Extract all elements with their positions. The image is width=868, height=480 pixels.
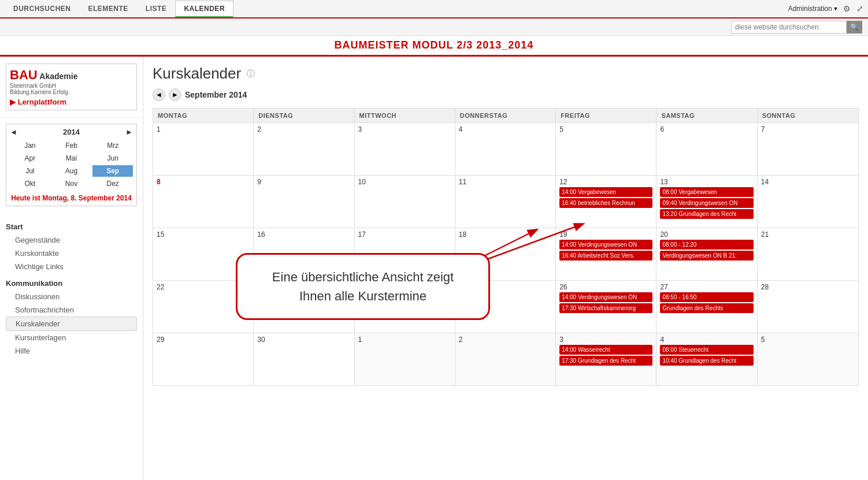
cal-cell-w0-d6[interactable]: 7	[758, 123, 858, 175]
mini-cal-feb[interactable]: Feb	[51, 140, 92, 151]
cal-event-w4-d4-e1[interactable]: 17:30 Grundlagen des Recht	[559, 356, 652, 366]
cal-cell-w1-d6[interactable]: 14	[758, 176, 858, 228]
cal-cell-w3-d6[interactable]: 28	[758, 281, 858, 333]
cal-cell-w0-d3[interactable]: 4	[455, 123, 556, 175]
cal-cell-w4-d0[interactable]: 29	[153, 333, 254, 385]
cal-cell-w1-d0[interactable]: 8	[153, 176, 254, 228]
cal-event-w4-d5-e1[interactable]: 10:40 Grundlagen des Recht	[660, 356, 753, 366]
cal-event-w3-d5-e0[interactable]: 08:50 - 16:50	[660, 292, 753, 302]
expand-icon[interactable]: ⤢	[856, 4, 863, 13]
cal-cell-w3-d4[interactable]: 2614:00 Verdingungswesen ON17:30 Wirtsch…	[556, 281, 656, 333]
cal-cell-w4-d5[interactable]: 408:00 Steuerrecht10:40 Grundlagen des R…	[656, 333, 757, 385]
mini-cal-aug[interactable]: Aug	[51, 165, 92, 177]
mini-cal-apr[interactable]: Apr	[10, 152, 50, 164]
mini-cal-sep[interactable]: Sep	[92, 165, 133, 177]
cal-prev-button[interactable]: ◄	[153, 88, 165, 101]
nav-item-kursunterlagen[interactable]: Kursunterlagen	[6, 331, 137, 344]
cal-cell-w4-d1[interactable]: 30	[254, 333, 354, 385]
cal-cell-w0-d5[interactable]: 6	[656, 123, 757, 175]
cal-event-w2-d5-e0[interactable]: 08:00 - 12:20	[660, 240, 753, 250]
cal-cell-w0-d2[interactable]: 3	[355, 123, 455, 175]
cal-day-num-w4-d1: 30	[257, 336, 350, 344]
cal-event-w2-d4-e1[interactable]: 16:40 Arbeitsrecht Soz.Vers.	[559, 251, 652, 261]
cal-event-w1-d5-e2[interactable]: 13:20 Grundlagen des Recht	[660, 209, 753, 219]
cal-cell-w2-d0[interactable]: 15	[153, 228, 254, 280]
mini-cal-next[interactable]: ►	[125, 128, 133, 136]
admin-menu[interactable]: Administration ▾	[788, 5, 837, 13]
cal-cell-w1-d5[interactable]: 1308:00 Vergabewesen09:40 Verdingungswes…	[656, 176, 757, 228]
cal-week-0: 1234567	[153, 123, 858, 176]
cal-month-label: September 2014	[185, 90, 247, 99]
cal-event-w1-d5-e1[interactable]: 09:40 Verdingungswesen ON	[660, 198, 753, 208]
mini-cal-dez[interactable]: Dez	[92, 178, 133, 189]
cal-cell-w0-d4[interactable]: 5	[556, 123, 656, 175]
cal-day-num-w0-d6: 7	[761, 125, 855, 133]
cal-cell-w2-d1[interactable]: 16	[254, 228, 354, 280]
cal-cell-w3-d5[interactable]: 2708:50 - 16:50Grundlagen des Rechts	[656, 281, 757, 333]
cal-cell-w4-d3[interactable]: 2	[455, 333, 556, 385]
nav-item-sofortnachrichten[interactable]: Sofortnachrichten	[6, 303, 137, 317]
cal-week-2: 151617181914:00 Verdingungswesen ON16:40…	[153, 228, 858, 281]
cal-event-w2-d4-e0[interactable]: 14:00 Verdingungswesen ON	[559, 240, 652, 250]
cal-event-w1-d4-e1[interactable]: 16:40 betriebliches Rechnun	[559, 198, 652, 208]
cal-cell-w3-d2[interactable]: 24	[355, 281, 455, 333]
cal-day-num-w0-d3: 4	[459, 125, 552, 133]
cal-cell-w2-d2[interactable]: 17	[355, 228, 455, 280]
cal-event-w4-d5-e0[interactable]: 08:00 Steuerrecht	[660, 345, 753, 355]
nav-item-gegenstaende[interactable]: Gegenstände	[6, 233, 137, 247]
mini-cal-mrz[interactable]: Mrz	[92, 140, 133, 151]
search-input[interactable]	[731, 21, 847, 34]
mini-cal-nov[interactable]: Nov	[51, 178, 92, 189]
cal-cell-w4-d2[interactable]: 1	[355, 333, 455, 385]
cal-event-w3-d4-e0[interactable]: 14:00 Verdingungswesen ON	[559, 292, 652, 302]
cal-cell-w2-d4[interactable]: 1914:00 Verdingungswesen ON16:40 Arbeits…	[556, 228, 656, 280]
cal-event-w4-d4-e0[interactable]: 14:00 Wasserrecht	[559, 345, 652, 355]
cal-event-w1-d4-e0[interactable]: 14:00 Vergabewesen	[559, 187, 652, 197]
mini-cal-jul[interactable]: Jul	[10, 165, 50, 177]
cal-cell-w1-d4[interactable]: 1214:00 Vergabewesen16:40 betriebliches …	[556, 176, 656, 228]
cal-cell-w2-d6[interactable]: 21	[758, 228, 858, 280]
nav-item-wichtigelinks[interactable]: Wichtige Links	[6, 260, 137, 273]
search-button[interactable]: 🔍	[847, 21, 862, 34]
mini-cal-jan[interactable]: Jan	[10, 140, 50, 151]
cal-header-montag: MONTAG	[153, 109, 254, 122]
nav-item-kurskontakte[interactable]: Kurskontakte	[6, 247, 137, 260]
cal-cell-w0-d1[interactable]: 2	[254, 123, 354, 175]
cal-header-freitag: FREITAG	[556, 109, 656, 122]
cal-day-num-w3-d2: 24	[358, 283, 451, 291]
cal-cell-w4-d4[interactable]: 314:00 Wasserrecht17:30 Grundlagen des R…	[556, 333, 656, 385]
mini-cal-mai[interactable]: Mai	[51, 152, 92, 164]
tab-elemente[interactable]: ELEMENTE	[80, 1, 137, 17]
cal-cell-w1-d3[interactable]: 11	[455, 176, 556, 228]
nav-item-hilfe[interactable]: Hilfe	[6, 344, 137, 358]
cal-day-num-w1-d5: 13	[660, 178, 753, 186]
lernplattform-link[interactable]: Lernplattform	[10, 98, 133, 106]
cal-cell-w2-d3[interactable]: 18	[455, 228, 556, 280]
mini-cal-prev[interactable]: ◄	[10, 128, 17, 136]
cal-cell-w0-d0[interactable]: 1	[153, 123, 254, 175]
cal-event-w1-d5-e0[interactable]: 08:00 Vergabewesen	[660, 187, 753, 197]
cal-event-w3-d4-e1[interactable]: 17:30 Wirtschaftskammerorg	[559, 303, 652, 313]
cal-cell-w2-d5[interactable]: 2008:00 - 12:20Verdingungswesen ON B 21:	[656, 228, 757, 280]
nav-item-diskussionen[interactable]: Diskussionen	[6, 290, 137, 303]
cal-next-button[interactable]: ►	[169, 88, 181, 101]
cal-cell-w3-d3[interactable]: 25	[455, 281, 556, 333]
tab-durchsuchen[interactable]: DURCHSUCHEN	[5, 1, 80, 17]
cal-cell-w1-d1[interactable]: 9	[254, 176, 354, 228]
gear-icon[interactable]: ⚙	[843, 4, 851, 13]
cal-event-w3-d5-e1[interactable]: Grundlagen des Rechts	[660, 303, 753, 313]
cal-event-w2-d5-e1[interactable]: Verdingungswesen ON B 21:	[660, 251, 753, 261]
cal-day-num-w2-d5: 20	[660, 230, 753, 239]
tab-liste[interactable]: LISTE	[137, 1, 176, 17]
cal-cell-w3-d1[interactable]: 23	[254, 281, 354, 333]
info-icon[interactable]: ⓘ	[247, 69, 255, 79]
cal-cell-w3-d0[interactable]: 22	[153, 281, 254, 333]
tab-kalender[interactable]: KALENDER	[175, 1, 233, 17]
sidebar-nav: Start Gegenstände Kurskontakte Wichtige …	[0, 212, 143, 362]
nav-item-kurskalender[interactable]: Kurskalender	[6, 317, 137, 331]
cal-cell-w1-d2[interactable]: 10	[355, 176, 455, 228]
top-nav-bar: DURCHSUCHEN ELEMENTE LISTE KALENDER Admi…	[0, 0, 868, 18]
mini-cal-okt[interactable]: Okt	[10, 178, 50, 189]
mini-cal-jun[interactable]: Jun	[92, 152, 133, 164]
cal-cell-w4-d6[interactable]: 5	[758, 333, 858, 385]
